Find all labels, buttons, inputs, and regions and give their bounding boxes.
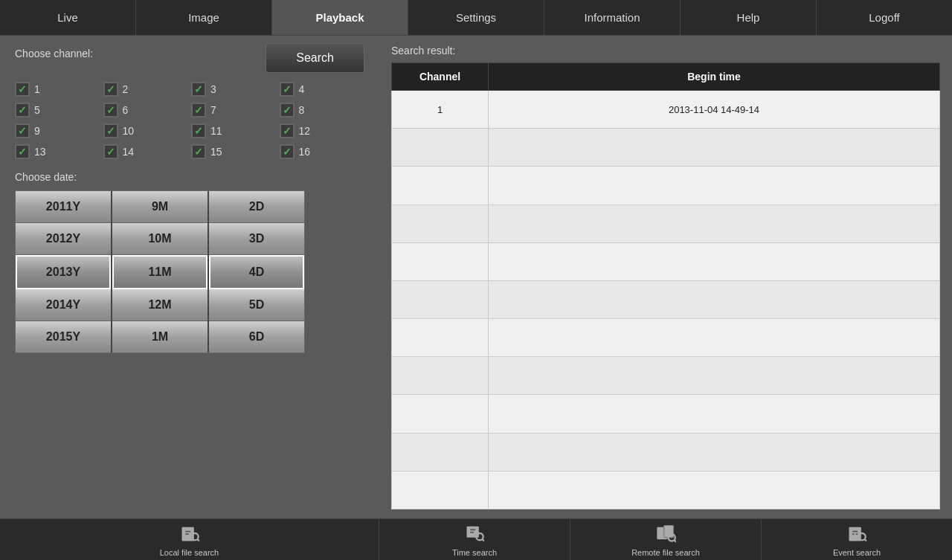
channel-checkbox-13[interactable] [15, 144, 30, 159]
channel-label-13: 13 [34, 146, 46, 158]
result-channel-cell [392, 471, 489, 509]
channel-label-3: 3 [210, 83, 216, 95]
channel-checkbox-14[interactable] [103, 144, 118, 159]
top-navigation: Live Image Playback Settings Information… [0, 0, 952, 36]
table-row[interactable] [392, 205, 940, 242]
nav-logoff[interactable]: Logoff [817, 0, 952, 35]
table-row[interactable] [392, 280, 940, 318]
channel-label-12: 12 [299, 125, 311, 137]
result-channel-cell [392, 280, 489, 318]
channel-checkbox-7[interactable] [191, 103, 206, 118]
table-row[interactable] [392, 319, 940, 357]
day-cell[interactable]: 3D [209, 223, 304, 255]
channel-checkbox-9[interactable] [15, 123, 30, 138]
year-cell[interactable]: 2014Y [16, 289, 111, 321]
month-cell[interactable]: 9M [112, 191, 208, 223]
table-row[interactable]: 12013-11-04 14-49-14 [392, 91, 940, 129]
result-begin-time-cell [489, 280, 940, 318]
channel-label-16: 16 [299, 146, 311, 158]
result-begin-time-cell [489, 395, 940, 433]
local-file-icon [179, 523, 200, 547]
month-column: 9M10M11M12M1M [112, 191, 208, 353]
year-column: 2011Y2012Y2013Y2014Y2015Y [16, 191, 111, 353]
svg-line-13 [675, 540, 676, 541]
local-file-search-label: Local file search [160, 548, 219, 557]
table-row[interactable] [392, 167, 940, 205]
col-header-channel: Channel [392, 63, 489, 91]
channel-label-6: 6 [123, 104, 129, 116]
day-cell[interactable]: 4D [209, 255, 304, 289]
channel-label-15: 15 [210, 146, 222, 158]
nav-live[interactable]: Live [0, 0, 136, 35]
channel-item-13: 13 [15, 144, 100, 159]
day-column: 2D3D4D5D6D [209, 191, 304, 353]
date-picker: 2011Y2012Y2013Y2014Y2015Y 9M10M11M12M1M … [15, 190, 305, 353]
bottom-local-file-search[interactable]: Local file search [0, 519, 379, 560]
remote-file-icon [655, 523, 676, 547]
month-cell[interactable]: 1M [112, 321, 208, 353]
month-cell[interactable]: 11M [112, 255, 208, 289]
result-begin-time-cell [489, 471, 940, 509]
channel-checkbox-15[interactable] [191, 144, 206, 159]
channel-checkbox-11[interactable] [191, 123, 206, 138]
nav-help[interactable]: Help [681, 0, 817, 35]
result-channel-cell [392, 242, 489, 280]
remote-file-search-label: Remote file search [631, 548, 700, 557]
nav-playback[interactable]: Playback [272, 0, 408, 35]
search-button[interactable]: Search [266, 43, 364, 73]
month-cell[interactable]: 12M [112, 289, 208, 321]
year-cell[interactable]: 2011Y [16, 191, 111, 223]
bottom-event-search[interactable]: Event search [762, 519, 952, 560]
channel-checkbox-10[interactable] [103, 123, 118, 138]
bottom-bar: Local file search Time search [0, 518, 952, 560]
channel-checkbox-3[interactable] [191, 82, 206, 97]
bottom-remote-file-search[interactable]: Remote file search [570, 519, 762, 560]
event-search-svg [846, 523, 867, 544]
bottom-time-search[interactable]: Time search [379, 519, 570, 560]
channel-label-1: 1 [34, 83, 40, 95]
channel-checkbox-5[interactable] [15, 103, 30, 118]
channel-checkbox-8[interactable] [280, 103, 295, 118]
channel-checkbox-2[interactable] [103, 82, 118, 97]
channel-checkbox-1[interactable] [15, 82, 30, 97]
nav-image[interactable]: Image [136, 0, 272, 35]
table-row[interactable] [392, 471, 940, 509]
year-cell[interactable]: 2012Y [16, 223, 111, 255]
time-search-icon [464, 523, 485, 547]
choose-channel-label: Choose channel: [15, 48, 93, 59]
right-panel: Search result: Channel Begin time 12013-… [379, 36, 952, 518]
channel-checkbox-6[interactable] [103, 103, 118, 118]
channel-label-11: 11 [210, 125, 222, 137]
year-cell[interactable]: 2013Y [16, 255, 111, 289]
month-cell[interactable]: 10M [112, 223, 208, 255]
svg-line-2 [197, 539, 199, 541]
nav-settings[interactable]: Settings [408, 0, 544, 35]
channel-item-6: 6 [103, 103, 189, 118]
remote-file-svg [655, 523, 676, 544]
day-cell[interactable]: 6D [209, 321, 304, 353]
left-panel: Choose channel: Search 12345678910111213… [0, 36, 379, 518]
result-begin-time-cell [489, 205, 940, 242]
table-row[interactable] [392, 357, 940, 395]
day-cell[interactable]: 5D [209, 289, 304, 321]
result-table: Channel Begin time 12013-11-04 14-49-14 [391, 62, 940, 509]
channel-checkbox-16[interactable] [280, 144, 295, 159]
result-begin-time-cell [489, 357, 940, 395]
day-cell[interactable]: 2D [209, 191, 304, 223]
year-cell[interactable]: 2015Y [16, 321, 111, 353]
channel-checkbox-12[interactable] [280, 123, 295, 138]
table-row[interactable] [392, 129, 940, 167]
svg-line-16 [864, 539, 866, 541]
channel-item-8: 8 [280, 103, 365, 118]
channel-label-5: 5 [34, 104, 40, 116]
table-row[interactable] [392, 395, 940, 433]
nav-information[interactable]: Information [544, 0, 681, 35]
channel-item-15: 15 [191, 144, 277, 159]
channel-item-16: 16 [280, 144, 365, 159]
result-channel-cell [392, 395, 489, 433]
event-search-label: Event search [833, 548, 881, 557]
result-channel-cell [392, 319, 489, 357]
table-row[interactable] [392, 433, 940, 471]
table-row[interactable] [392, 242, 940, 280]
channel-checkbox-4[interactable] [280, 82, 295, 97]
